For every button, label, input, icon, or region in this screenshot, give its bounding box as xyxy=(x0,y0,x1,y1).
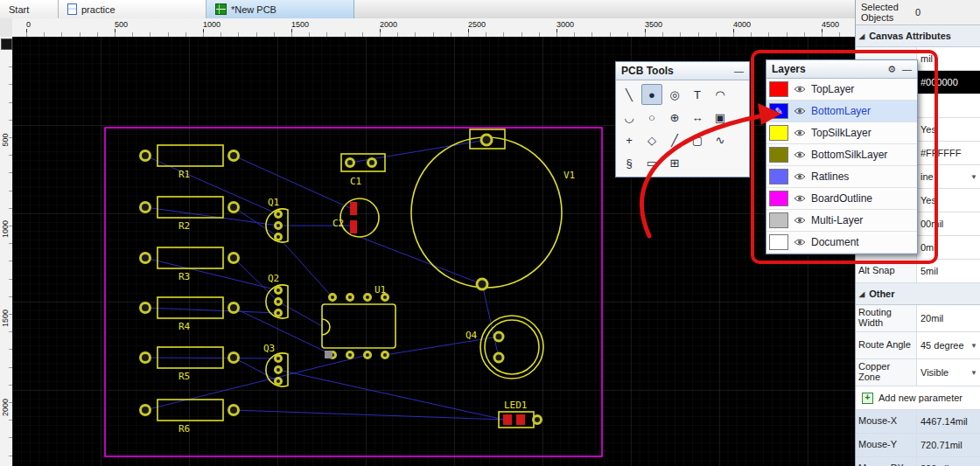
component-label[interactable]: C1 xyxy=(350,177,361,186)
layer-row[interactable]: ✎ BottomSilkLayer xyxy=(766,144,917,166)
image-tool[interactable]: ▣ xyxy=(710,107,731,128)
attribute-value-text: mil xyxy=(920,53,933,64)
eye-icon[interactable] xyxy=(788,238,811,247)
rect-tool[interactable]: ▭ xyxy=(641,152,662,173)
component-label[interactable]: R2 xyxy=(178,221,190,231)
pcb-tools-header[interactable]: PCB Tools — xyxy=(616,62,749,80)
minimize-icon[interactable]: — xyxy=(902,64,912,74)
text-tool[interactable]: T xyxy=(687,84,708,105)
eye-icon[interactable] xyxy=(788,194,811,203)
eye-icon[interactable] xyxy=(788,172,811,181)
attribute-value[interactable]: Visible ▼ xyxy=(917,359,980,386)
grid-tool[interactable]: ⊞ xyxy=(664,152,685,173)
component-label[interactable]: Q1 xyxy=(268,198,279,207)
layer-color-swatch[interactable]: ✎ xyxy=(769,191,788,206)
selected-objects-label: Selected Objects xyxy=(861,2,905,23)
layer-color-swatch[interactable]: ✎ xyxy=(769,234,788,250)
arc-tool[interactable]: ◠ xyxy=(710,84,731,105)
attribute-label: Copper Zone xyxy=(856,359,917,386)
layer-name[interactable]: Document xyxy=(811,236,859,248)
attribute-value[interactable]: Yes ▼ xyxy=(917,189,980,212)
attribute-value[interactable]: ▼ xyxy=(917,94,980,117)
layer-name[interactable]: Multi-Layer xyxy=(811,214,863,226)
crosshair-tool[interactable]: + xyxy=(619,129,640,150)
layer-color-swatch[interactable]: ✎ xyxy=(769,81,788,97)
attribute-value[interactable]: 0mil ▼ xyxy=(917,236,980,259)
move-tool[interactable]: ⊕ xyxy=(664,107,685,128)
via-tool[interactable]: ◎ xyxy=(664,84,685,105)
line-tool[interactable]: ╱ xyxy=(664,129,685,150)
component-label[interactable]: Q3 xyxy=(263,344,275,353)
component-label[interactable]: Q2 xyxy=(268,274,279,283)
layer-color-swatch[interactable]: ✎ xyxy=(769,125,788,141)
layer-row[interactable]: ✎ Document xyxy=(766,232,917,254)
layer-color-swatch[interactable]: ✎ xyxy=(769,147,788,163)
layer-row[interactable]: ✎ TopSilkLayer xyxy=(766,122,917,144)
component-label[interactable]: R4 xyxy=(178,322,190,331)
easyeda-window: Start practice *New PCB 0500100015002000… xyxy=(0,0,980,466)
layer-row[interactable]: ✎ BoardOutline xyxy=(766,188,917,210)
layer-name[interactable]: BottomSilkLayer xyxy=(811,149,887,161)
attribute-row: Routing Width 20mil ▼ xyxy=(856,305,980,332)
attribute-value[interactable]: 20mil ▼ xyxy=(917,305,980,331)
eye-icon[interactable] xyxy=(788,150,811,159)
circle-tool[interactable]: ○ xyxy=(641,107,662,128)
pencil-icon: ✎ xyxy=(774,107,782,116)
attribute-value[interactable]: 45 degree ▼ xyxy=(917,332,980,358)
layers-header[interactable]: Layers ⚙ — xyxy=(766,60,917,79)
component-label[interactable]: U1 xyxy=(374,285,386,295)
other-section-header[interactable]: ◢ Other xyxy=(856,283,980,305)
add-new-parameter-label: Add new parameter xyxy=(878,393,962,403)
arc-center-tool[interactable]: ◡ xyxy=(619,107,640,128)
layer-name[interactable]: TopSilkLayer xyxy=(811,127,872,139)
track-tool[interactable]: ╲ xyxy=(619,84,640,105)
layer-name[interactable]: Ratlines xyxy=(811,170,849,183)
component-label[interactable]: R5 xyxy=(178,372,190,381)
tab-practice[interactable]: practice xyxy=(59,0,206,18)
layer-name[interactable]: BottomLayer xyxy=(811,105,871,117)
attribute-value[interactable]: ine ▼ xyxy=(917,165,980,188)
eye-icon[interactable] xyxy=(788,129,811,137)
dimension-tool[interactable]: ↔ xyxy=(687,107,708,128)
layer-color-swatch[interactable]: ✎ xyxy=(769,169,788,184)
attribute-value[interactable]: #000000 ▼ xyxy=(917,71,980,94)
layer-color-swatch[interactable]: ✎ xyxy=(769,103,788,119)
select-tool[interactable]: ▢ xyxy=(687,129,708,150)
canvas-attributes-section-header[interactable]: ◢ Canvas Attributes xyxy=(856,25,980,47)
attribute-value[interactable]: #FFFFFF ▼ xyxy=(917,142,980,164)
polygon-tool[interactable]: ◇ xyxy=(641,129,662,150)
attribute-value[interactable]: mil ▼ xyxy=(917,47,980,70)
component-label[interactable]: V1 xyxy=(564,170,575,180)
component-label[interactable]: R6 xyxy=(178,424,190,434)
layer-row[interactable]: ✎ Ratlines xyxy=(766,166,917,188)
attribute-value[interactable]: 5mil ▼ xyxy=(917,260,980,282)
eye-icon[interactable] xyxy=(788,216,811,225)
schematic-doc-icon xyxy=(67,3,77,15)
component-label[interactable]: R3 xyxy=(178,272,190,282)
attribute-value[interactable]: Yes ▼ xyxy=(917,118,980,141)
connect-tool[interactable]: § xyxy=(619,152,640,173)
layer-row[interactable]: ✎ BottomLayer xyxy=(766,101,917,122)
layer-name[interactable]: TopLayer xyxy=(811,83,854,95)
spline-tool[interactable]: ∿ xyxy=(710,129,731,150)
layer-row[interactable]: ✎ Multi-Layer xyxy=(766,210,917,232)
layer-name[interactable]: BoardOutline xyxy=(811,192,872,205)
attribute-value[interactable]: 00mil ▼ xyxy=(917,212,980,235)
eye-icon[interactable] xyxy=(788,107,811,115)
component-label[interactable]: Q4 xyxy=(466,330,477,340)
component-label[interactable]: LED1 xyxy=(504,400,528,410)
layer-color-swatch[interactable]: ✎ xyxy=(769,212,788,228)
layer-row[interactable]: ✎ TopLayer xyxy=(766,79,917,101)
eye-icon[interactable] xyxy=(788,85,811,94)
collapse-icon: ◢ xyxy=(859,290,864,298)
minimize-icon[interactable]: — xyxy=(734,66,744,76)
gear-icon[interactable]: ⚙ xyxy=(887,64,896,75)
pad-tool[interactable]: ● xyxy=(641,84,662,105)
document-tabbar: Start practice *New PCB xyxy=(0,0,855,19)
tab-new-pcb[interactable]: *New PCB xyxy=(206,0,354,18)
mouse-value: 390mil xyxy=(917,457,980,466)
add-new-parameter-button[interactable]: + Add new parameter xyxy=(856,386,980,410)
component-label[interactable]: R1 xyxy=(178,170,190,179)
component-label[interactable]: C2 xyxy=(332,219,344,228)
tab-start[interactable]: Start xyxy=(0,0,59,18)
